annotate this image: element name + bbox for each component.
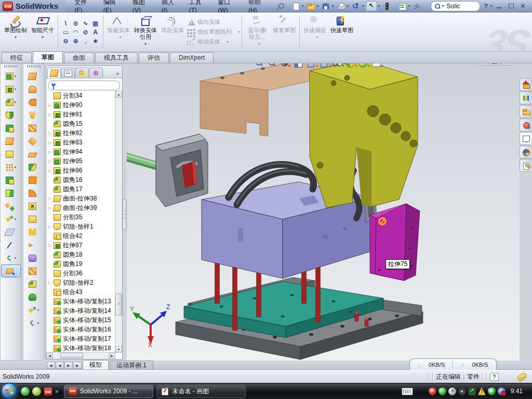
quick-tool-icon[interactable]: 少..: [412, 2, 424, 11]
dropdown-caret-icon[interactable]: ▾: [37, 321, 39, 325]
sketch-entity-button[interactable]: A: [90, 28, 100, 36]
model-tab[interactable]: 模型: [83, 360, 109, 369]
rapid-sketch-button[interactable]: 快速草图: [328, 14, 355, 50]
quick-tool-icon[interactable]: [336, 2, 346, 11]
menu-item[interactable]: 视图(V): [126, 0, 155, 14]
tray-icon[interactable]: [402, 388, 413, 395]
tree-filter-input[interactable]: [48, 81, 120, 90]
view-tool-icon[interactable]: ▾: [280, 63, 291, 68]
expand-arrow-icon[interactable]: ▷: [48, 168, 53, 173]
tab-nav-button[interactable]: ▶: [73, 362, 82, 369]
feature-tree-item[interactable]: ▷ 分割35: [48, 212, 115, 222]
sketch-entity-button[interactable]: \: [61, 19, 71, 28]
search-input[interactable]: [446, 2, 477, 10]
dropdown-caret-icon[interactable]: ▾: [37, 308, 39, 312]
view-tool-icon[interactable]: ▾: [318, 63, 330, 68]
commandmanager-tab[interactable]: DimXpert: [170, 52, 214, 63]
tray-icon[interactable]: [478, 388, 486, 395]
sketch-entity-button[interactable]: ∗: [90, 36, 100, 45]
surface-tool-button[interactable]: ▾: [24, 316, 44, 329]
quick-launch-icon[interactable]: [21, 387, 30, 396]
mirror-entities-button[interactable]: 镜向实体: [186, 18, 240, 26]
close-button[interactable]: [519, 2, 528, 10]
tab-nav-button[interactable]: ▶: [64, 362, 73, 369]
quick-tool-icon[interactable]: [321, 2, 331, 11]
tray-icon[interactable]: [498, 388, 506, 395]
commandmanager-tab[interactable]: 模具工具: [95, 52, 138, 63]
dropdown-caret-icon[interactable]: ▾: [331, 4, 335, 8]
view-tool-icon[interactable]: ▾: [292, 63, 304, 68]
taskbar-task-button[interactable]: 未命名 - 画图: [156, 385, 246, 398]
feature-tool-button[interactable]: ▾: [1, 187, 21, 200]
sketch-entity-button[interactable]: ▦: [90, 19, 100, 28]
tab-dimxpertmanager[interactable]: [89, 68, 103, 78]
tag-icon[interactable]: [516, 371, 527, 381]
restore-button[interactable]: [507, 2, 516, 10]
smart-dimension-button[interactable]: 智能尺寸 ▾: [29, 14, 56, 50]
surface-tool-button[interactable]: ▾: [24, 135, 44, 148]
feature-tool-button[interactable]: ▾: [1, 70, 21, 83]
doc-minimize-button[interactable]: [476, 63, 487, 65]
search-scope-caret-icon[interactable]: ▾: [442, 4, 444, 8]
linear-pattern-button[interactable]: 线性草图阵列 ▾: [186, 28, 240, 36]
feature-tool-button[interactable]: ▾: [1, 135, 21, 148]
feature-tree-item[interactable]: ▷ 拉伸97: [48, 241, 115, 250]
surface-tool-button[interactable]: ▾: [24, 303, 44, 316]
surface-tool-button[interactable]: ▾: [24, 187, 44, 200]
sketch-entity-button[interactable]: ⊕: [71, 36, 81, 45]
feature-tree-item[interactable]: ▷ 实体-移动/复制14: [48, 306, 115, 315]
menu-item[interactable]: 文件(F): [68, 0, 97, 14]
tray-icon[interactable]: [429, 388, 436, 395]
feature-tool-button[interactable]: ▾: [1, 109, 21, 122]
quick-launch-icon[interactable]: [32, 387, 41, 396]
sketch-entity-button[interactable]: ◠: [71, 28, 81, 36]
surface-tool-button[interactable]: ▾: [24, 238, 44, 251]
feature-tool-button[interactable]: ▾: [1, 174, 21, 187]
dropdown-caret-icon[interactable]: ▾: [381, 64, 383, 68]
feature-tool-button[interactable]: ▾: [1, 161, 21, 174]
expand-arrow-icon[interactable]: ▷: [48, 131, 53, 136]
sketch-entity-button[interactable]: ⊘: [81, 28, 90, 36]
view-tool-icon[interactable]: ▾: [331, 63, 343, 68]
menu-item[interactable]: 编辑(E): [97, 0, 126, 14]
dropdown-caret-icon[interactable]: ▾: [316, 4, 320, 8]
feature-tool-button[interactable]: ▾: [1, 212, 21, 225]
dropdown-caret-icon[interactable]: ▾: [342, 64, 344, 68]
feature-tree-item[interactable]: ▷ 圆角18: [48, 250, 115, 259]
taskbar-task-button[interactable]: SW SolidWorks 2009 - ...: [64, 385, 153, 398]
dropdown-caret-icon[interactable]: ▾: [15, 100, 17, 104]
surface-tool-button[interactable]: ▾: [24, 290, 44, 303]
scroll-down-button[interactable]: ▼: [115, 346, 122, 353]
commandmanager-tab[interactable]: 曲面: [64, 52, 94, 63]
panel-splitter[interactable]: ‹‹‹: [123, 63, 127, 361]
search-box[interactable]: ▾: [431, 1, 481, 11]
feature-tree-item[interactable]: ▷ 拉伸92: [48, 128, 115, 138]
3d-viewport-canvas[interactable]: [127, 63, 520, 361]
taskbar-clock[interactable]: 9:41: [508, 388, 528, 395]
feature-tree-item[interactable]: ▷ 曲面-拉伸39: [48, 203, 115, 212]
task-pane-button[interactable]: [520, 91, 531, 104]
surface-tool-button[interactable]: ▾: [24, 225, 44, 238]
dropdown-caret-icon[interactable]: ▾: [15, 87, 17, 91]
feature-tree-item[interactable]: ▷ 圆角17: [48, 184, 115, 194]
graphics-viewport[interactable]: ▾ ▾ ▾ ▾ ▾: [127, 63, 520, 361]
dropdown-caret-icon[interactable]: ▾: [377, 4, 381, 8]
surface-tool-button[interactable]: ▾: [24, 161, 44, 174]
doc-close-button[interactable]: [501, 63, 512, 65]
quick-tool-icon[interactable]: [351, 2, 361, 11]
model-tab[interactable]: 运动算例 1: [110, 361, 153, 369]
surface-tool-button[interactable]: ▾: [24, 212, 44, 225]
dropdown-caret-icon[interactable]: ▾: [329, 64, 331, 68]
feature-tree-item[interactable]: ▷ 实体-移动/复制17: [48, 334, 115, 343]
surface-tool-button[interactable]: ▾: [24, 122, 44, 135]
surface-tool-button[interactable]: ▾: [24, 83, 44, 96]
feature-tool-button[interactable]: ▾: [1, 83, 21, 96]
feature-tree-item[interactable]: ▷ 切除-放样1: [48, 222, 115, 231]
feature-tool-button[interactable]: ▾: [1, 225, 21, 238]
feature-tool-button[interactable]: ▾: [1, 200, 21, 212]
feature-tree-item[interactable]: ▷ 实体-移动/复制16: [48, 325, 115, 334]
expand-arrow-icon[interactable]: ▷: [48, 206, 53, 210]
quick-tool-icon[interactable]: [397, 2, 407, 11]
expand-arrow-icon[interactable]: ▷: [48, 281, 53, 285]
expand-arrow-icon[interactable]: ▷: [48, 196, 53, 201]
